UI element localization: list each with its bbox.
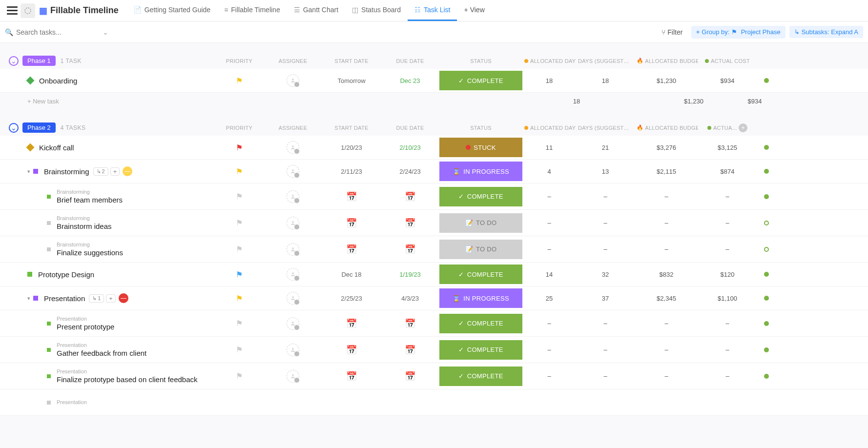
due-date[interactable]: 2/24/23 [399, 168, 420, 175]
col-assignee[interactable]: ASSIGNEE [264, 125, 322, 131]
subtask-row[interactable]: PresentationPresent prototype ⚑ 📅 📅 ✓COM… [0, 310, 868, 337]
task-row[interactable]: Prototype Design ⚑ Dec 18 1/19/23 ✓COMPL… [0, 263, 868, 286]
tab-status-board[interactable]: ◫Status Board [345, 0, 408, 21]
search-box[interactable]: 🔍 ⌄ [5, 28, 112, 36]
calendar-icon[interactable]: 📅 [346, 218, 357, 228]
priority-flag-icon[interactable]: ⚑ [236, 143, 243, 152]
col-priority[interactable]: PRIORITY [215, 125, 264, 131]
assignee-placeholder[interactable] [287, 74, 299, 87]
priority-flag-icon[interactable]: ⚑ [236, 319, 243, 327]
calendar-icon[interactable]: 📅 [405, 192, 415, 202]
status-cell[interactable]: ✓COMPLETE [439, 314, 522, 333]
assignee-placeholder[interactable] [287, 243, 299, 256]
calendar-icon[interactable]: 📅 [346, 192, 357, 202]
priority-flag-icon[interactable]: ⚑ [236, 167, 243, 176]
calendar-icon[interactable]: 📅 [405, 345, 415, 355]
priority-flag-icon[interactable]: ⚑ [236, 219, 243, 227]
add-column-button[interactable]: + [739, 123, 747, 132]
phase-badge[interactable]: Phase 2 [22, 122, 56, 133]
status-cell[interactable]: STUCK [439, 138, 522, 157]
status-cell[interactable]: ✓COMPLETE [439, 367, 522, 386]
start-date[interactable]: 2/11/23 [341, 168, 362, 175]
col-start-date[interactable]: START DATE [322, 125, 381, 131]
tab-getting-started[interactable]: 📄Getting Started Guide [126, 0, 217, 21]
group-toggle[interactable]: ⌄ [9, 56, 19, 66]
col-status[interactable]: STATUS [439, 58, 522, 64]
priority-flag-icon[interactable]: ⚑ [236, 270, 243, 279]
status-cell[interactable]: ⌛IN PROGRESS [439, 162, 522, 181]
col-days-suggested[interactable]: DAYS (SUGGESTED... [576, 125, 635, 131]
search-input[interactable] [16, 28, 89, 36]
calendar-icon[interactable]: 📅 [405, 218, 415, 228]
due-date[interactable]: Dec 23 [400, 77, 420, 84]
calendar-icon[interactable]: 📅 [405, 244, 415, 254]
task-row[interactable]: ▾Presentation↳1+— ⚑ 2/25/23 4/3/23 ⌛IN P… [0, 286, 868, 310]
subtask-row[interactable]: PresentationFinalize prototype based on … [0, 363, 868, 389]
priority-flag-icon[interactable]: ⚑ [236, 372, 243, 380]
col-actual-cost[interactable]: ACTUAL COST [698, 58, 757, 64]
status-cell[interactable]: ✓COMPLETE [439, 265, 522, 284]
priority-flag-icon[interactable]: ⚑ [236, 346, 243, 354]
col-status[interactable]: STATUS [439, 125, 522, 131]
add-subtask-button[interactable]: + [110, 167, 120, 176]
col-start-date[interactable]: START DATE [322, 58, 381, 64]
calendar-icon[interactable]: 📅 [346, 319, 357, 328]
new-task-button[interactable]: + New task [27, 98, 242, 105]
group-toggle[interactable]: ⌄ [9, 123, 19, 133]
subtasks-pill[interactable]: ↳Subtasks: Expand A [789, 26, 863, 38]
calendar-icon[interactable]: 📅 [405, 319, 415, 328]
status-cell[interactable]: ✓COMPLETE [439, 340, 522, 360]
priority-flag-icon[interactable]: ⚑ [236, 77, 243, 85]
assignee-placeholder[interactable] [287, 344, 299, 356]
add-view-button[interactable]: +View [457, 0, 491, 21]
status-cell[interactable]: ⌛IN PROGRESS [439, 288, 522, 308]
status-cell[interactable]: ✓COMPLETE [439, 187, 522, 206]
subtask-count-badge[interactable]: ↳1 [89, 294, 104, 303]
hamburger-menu-icon[interactable] [7, 5, 18, 16]
col-days-suggested[interactable]: DAYS (SUGGESTED... [576, 58, 635, 64]
expand-caret-icon[interactable]: ▾ [27, 295, 30, 302]
tab-task-list[interactable]: ☷Task List [408, 0, 457, 21]
assignee-placeholder[interactable] [287, 165, 299, 178]
tab-fillable-timeline[interactable]: ≡Fillable Timeline [217, 0, 287, 21]
start-date[interactable]: Dec 18 [341, 271, 361, 278]
col-allocated-budget[interactable]: 🔥ALLOCATED BUDGET [635, 124, 698, 131]
calendar-icon[interactable]: 📅 [405, 371, 415, 381]
assignee-placeholder[interactable] [287, 292, 299, 305]
calendar-icon[interactable]: 📅 [346, 244, 357, 254]
filter-button[interactable]: ⑂Filter [657, 26, 687, 38]
subtask-count-badge[interactable]: ↳2 [93, 167, 108, 176]
expand-caret-icon[interactable]: ▾ [27, 168, 30, 175]
project-title[interactable]: ▦ Fillable Timeline [39, 5, 119, 16]
tab-gantt[interactable]: ☰Gantt Chart [287, 0, 345, 21]
chevron-down-icon[interactable]: ⌄ [103, 28, 108, 36]
col-due-date[interactable]: DUE DATE [381, 58, 439, 64]
due-date[interactable]: 1/19/23 [399, 271, 420, 278]
due-date[interactable]: 2/10/23 [399, 144, 420, 151]
calendar-icon[interactable]: 📅 [346, 371, 357, 381]
assignee-placeholder[interactable] [287, 268, 299, 281]
priority-flag-icon[interactable]: ⚑ [236, 192, 243, 201]
task-row[interactable]: Kickoff call ⚑ 1/20/23 2/10/23 STUCK 11 … [0, 136, 868, 160]
start-date[interactable]: 1/20/23 [341, 144, 362, 151]
assignee-placeholder[interactable] [287, 190, 299, 203]
task-row[interactable]: Onboarding ⚑ Tomorrow Dec 23 ✓COMPLETE 1… [0, 69, 868, 93]
subtask-row[interactable]: Presentation [0, 389, 868, 416]
status-indicator-icon[interactable]: — [119, 293, 128, 303]
subtask-row[interactable]: PresentationGather feedback from client … [0, 337, 868, 363]
subtask-row[interactable]: BrainstormingBrief team members ⚑ 📅 📅 ✓C… [0, 183, 868, 210]
col-assignee[interactable]: ASSIGNEE [264, 58, 322, 64]
status-cell[interactable]: 📝TO DO [439, 240, 522, 259]
subtask-row[interactable]: BrainstormingFinalize suggestions ⚑ 📅 📅 … [0, 236, 868, 263]
col-allocated-budget[interactable]: 🔥ALLOCATED BUDGET [635, 58, 698, 64]
priority-flag-icon[interactable]: ⚑ [236, 245, 243, 253]
col-allocated-days[interactable]: ALLOCATED DAYS [522, 125, 576, 131]
start-date[interactable]: 2/25/23 [341, 295, 362, 302]
status-cell[interactable]: 📝TO DO [439, 213, 522, 233]
col-actual-cost[interactable]: ACTUA... + [698, 123, 757, 132]
calendar-icon[interactable]: 📅 [346, 345, 357, 355]
col-due-date[interactable]: DUE DATE [381, 125, 439, 131]
status-cell[interactable]: ✓COMPLETE [439, 71, 522, 90]
col-priority[interactable]: PRIORITY [215, 58, 264, 64]
due-date[interactable]: 4/3/23 [401, 295, 419, 302]
